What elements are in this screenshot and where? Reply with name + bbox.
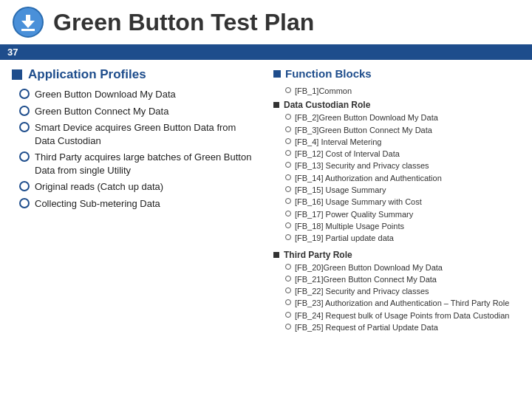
list-item: Green Button Connect My Data bbox=[19, 105, 259, 118]
left-column: Application Profiles Green Button Downlo… bbox=[12, 67, 259, 389]
content-area: Application Profiles Green Button Downlo… bbox=[0, 60, 532, 394]
list-item: [FB_16] Usage Summary with Cost bbox=[285, 197, 520, 207]
small-circle-icon bbox=[285, 162, 291, 168]
circle-bullet-icon bbox=[19, 89, 30, 99]
small-circle-icon bbox=[285, 150, 291, 156]
list-item: [FB_23] Authorization and Authentication… bbox=[285, 298, 520, 308]
list-item: [FB_15] Usage Summary bbox=[285, 185, 520, 195]
slide-bar: 37 bbox=[0, 44, 532, 60]
list-item: [FB_1]Common bbox=[285, 86, 520, 96]
small-circle-icon bbox=[285, 138, 291, 144]
data-custodian-header: Data Custodian Role bbox=[273, 100, 520, 110]
left-items-list: Green Button Download My Data Green Butt… bbox=[12, 88, 259, 210]
list-item: [FB_4] Interval Metering bbox=[285, 137, 520, 147]
small-circle-icon bbox=[285, 222, 291, 228]
slide-number: 37 bbox=[7, 47, 18, 58]
right-bullet-square bbox=[273, 70, 281, 78]
small-circle-icon bbox=[285, 312, 291, 318]
small-circle-icon bbox=[285, 87, 291, 93]
small-circle-icon bbox=[285, 211, 291, 216]
list-item: [FB_19] Partial update data bbox=[285, 233, 520, 243]
small-circle-icon bbox=[285, 186, 291, 192]
circle-bullet-icon bbox=[19, 151, 30, 162]
page-title: Green Button Test Plan bbox=[53, 9, 314, 36]
small-circle-icon bbox=[285, 198, 291, 204]
right-column: Function Blocks [FB_1]Common Data Custod… bbox=[273, 67, 520, 389]
third-party-list: [FB_20]Green Button Download My Data [FB… bbox=[273, 262, 520, 333]
small-circle-icon bbox=[285, 264, 291, 270]
small-circle-icon bbox=[285, 287, 291, 293]
list-item: [FB_22] Security and Privacy classes bbox=[285, 286, 520, 296]
list-item: [FB_25] Request of Partial Update Data bbox=[285, 322, 520, 332]
list-item: [FB_3]Green Button Connect My Data bbox=[285, 125, 520, 135]
small-circle-icon bbox=[285, 324, 291, 330]
small-circle-icon bbox=[285, 126, 291, 132]
circle-bullet-icon bbox=[19, 181, 30, 191]
list-item: [FB_21]Green Button Connect My Data bbox=[285, 274, 520, 284]
third-party-header: Third Party Role bbox=[273, 250, 520, 260]
small-circle-icon bbox=[285, 299, 291, 305]
list-item: [FB_20]Green Button Download My Data bbox=[285, 262, 520, 273]
small-circle-icon bbox=[285, 234, 291, 240]
list-item: [FB_13] Security and Privacy classes bbox=[285, 160, 520, 171]
small-circle-icon bbox=[285, 174, 291, 180]
circle-bullet-icon bbox=[19, 106, 30, 116]
left-section-title: Application Profiles bbox=[28, 67, 146, 82]
circle-bullet-icon bbox=[19, 122, 30, 132]
data-custodian-list: [FB_2]Green Button Download My Data [FB_… bbox=[273, 112, 520, 243]
list-item: [FB_18] Multiple Usage Points bbox=[285, 221, 520, 231]
right-section-title: Function Blocks bbox=[285, 67, 372, 80]
list-item: [FB_2]Green Button Download My Data bbox=[285, 112, 520, 123]
list-item: Green Button Download My Data bbox=[19, 88, 259, 101]
list-item: [FB_17] Power Quality Summary bbox=[285, 209, 520, 219]
circle-bullet-icon bbox=[19, 198, 30, 208]
download-icon bbox=[12, 6, 44, 38]
role-square-icon bbox=[273, 252, 279, 258]
data-custodian-section: Data Custodian Role [FB_2]Green Button D… bbox=[273, 100, 520, 243]
list-item: Third Party acquires large batches of Gr… bbox=[19, 151, 259, 177]
right-section-header: Function Blocks bbox=[273, 67, 520, 80]
header: Green Button Test Plan bbox=[0, 0, 532, 44]
list-item: [FB_12] Cost of Interval Data bbox=[285, 149, 520, 159]
svg-rect-3 bbox=[21, 29, 35, 31]
list-item: Collecting Sub-metering Data bbox=[19, 197, 259, 211]
list-item: [FB_14] Authorization and Authentication bbox=[285, 173, 520, 183]
list-item: Smart Device acquires Green Button Data … bbox=[19, 121, 259, 147]
list-item: Original reads (Catch up data) bbox=[19, 180, 259, 194]
fb-top-item: [FB_1]Common bbox=[273, 86, 520, 96]
left-bullet-square bbox=[12, 69, 22, 80]
list-item: [FB_24] Request bulk of Usage Points fro… bbox=[285, 310, 520, 321]
role-square-icon bbox=[273, 102, 279, 108]
left-section-header: Application Profiles bbox=[12, 67, 259, 82]
small-circle-icon bbox=[285, 276, 291, 282]
third-party-section: Third Party Role [FB_20]Green Button Dow… bbox=[273, 250, 520, 333]
svg-rect-2 bbox=[26, 15, 30, 22]
small-circle-icon bbox=[285, 114, 291, 120]
